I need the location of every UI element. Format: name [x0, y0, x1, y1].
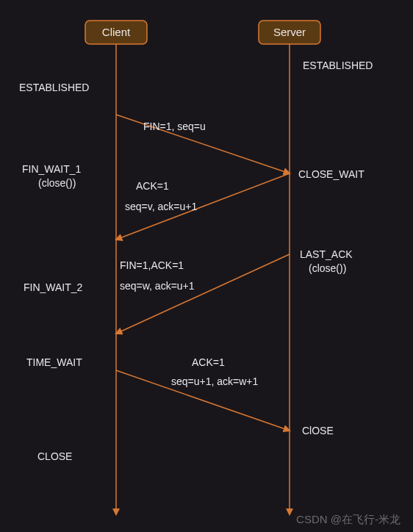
- fin-wait-1-state-line2: (close()): [38, 177, 76, 189]
- msg1-label: FIN=1, seq=u: [143, 121, 206, 132]
- msg2-label-line1: ACK=1: [136, 180, 169, 192]
- msg2-label-line2: seq=v, ack=u+1: [125, 201, 197, 212]
- fin-wait-1-state-line1: FIN_WAIT_1: [22, 163, 82, 175]
- client-established-state: ESTABLISHED: [19, 82, 89, 93]
- msg4-label-line2: seq=u+1, ack=w+1: [171, 375, 259, 387]
- last-ack-state-line1: LAST_ACK: [300, 248, 353, 260]
- client-close-state: CLOSE: [37, 450, 72, 462]
- client-label: Client: [102, 26, 131, 38]
- last-ack-state-line2: (close()): [309, 262, 346, 274]
- server-established-state: ESTABLISHED: [303, 60, 373, 71]
- msg3-label-line2: seq=w, ack=u+1: [120, 280, 195, 292]
- server-label: Server: [273, 26, 306, 38]
- msg4-label-line1: ACK=1: [192, 356, 225, 368]
- msg3-label-line1: FIN=1,ACK=1: [120, 259, 184, 271]
- close-wait-state: CLOSE_WAIT: [298, 168, 364, 180]
- server-close-state: ClOSE: [302, 425, 334, 436]
- tcp-close-sequence-diagram: Client Server ESTABLISHED ESTABLISHED FI…: [0, 0, 413, 532]
- fin-wait-2-state: FIN_WAIT_2: [24, 281, 83, 293]
- watermark: CSDN @在飞行-米龙: [296, 513, 401, 525]
- time-wait-state: TIME_WAIT: [26, 356, 82, 368]
